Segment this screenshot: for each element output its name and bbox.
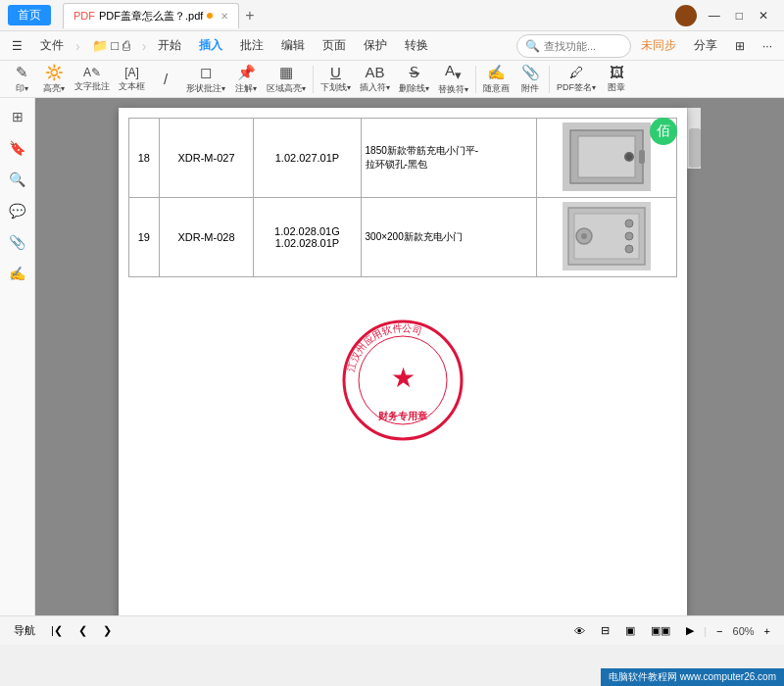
pdf-icon: PDF (74, 10, 95, 22)
sink-svg-2 (563, 202, 651, 270)
status-right: 👁 ⊟ ▣ ▣▣ ▶ | − 60% + (568, 622, 776, 639)
next-page-btn[interactable]: ❯ (97, 622, 118, 639)
sidebar-signature-icon[interactable]: ✍ (3, 259, 32, 288)
strikethrough-icon: S̶ (410, 64, 419, 81)
double-page-btn[interactable]: ▣▣ (645, 622, 676, 639)
svg-point-11 (625, 220, 633, 227)
menu-page[interactable]: 页面 (315, 34, 354, 57)
zoom-display: 60% (733, 625, 755, 637)
menu-start[interactable]: 开始 (150, 34, 189, 57)
first-page-btn[interactable]: |❮ (45, 622, 69, 639)
annotation-toolbar: ✎ 印▾ 🔆 高亮▾ A✎ 文字批注 [A] 文本框 / ◻ 形状批注▾ 📌 注… (0, 61, 784, 98)
zoom-in-btn[interactable]: + (759, 623, 776, 639)
insert-char-tool-btn[interactable]: AB 插入符▾ (356, 63, 394, 96)
watermark: 电脑软件教程网 www.computer26.com (601, 668, 784, 686)
sidebar-attachment-icon[interactable]: 📎 (3, 227, 32, 257)
freehand-tool-btn[interactable]: ✍ 随意画 (479, 63, 514, 96)
window-controls: — □ ✕ (675, 5, 776, 26)
share-btn[interactable]: 分享 (686, 34, 725, 57)
menu-edit[interactable]: 编辑 (273, 34, 313, 57)
text-comment-icon: A✎ (83, 66, 101, 79)
slide-view-btn[interactable]: ▣ (619, 622, 641, 639)
text-comment-tool-btn[interactable]: A✎ 文字批注 (71, 63, 114, 96)
zoom-value: 60% (733, 625, 755, 637)
replace-tool-btn[interactable]: A▾ 替换符▾ (434, 63, 472, 96)
sink-svg-1 (563, 122, 651, 191)
pdf-sign-tool-btn[interactable]: 🖊 PDF签名▾ (553, 63, 600, 96)
row-spec: 1.02.028.01G1.02.028.01P (254, 198, 361, 277)
flat-view-btn[interactable]: ⊟ (595, 622, 615, 639)
status-left: 导航 |❮ ❮ ❯ (8, 621, 118, 640)
menu-insert[interactable]: 插入 (191, 34, 230, 57)
stamp-tool-btn[interactable]: ✎ 印▾ (6, 63, 37, 96)
tab-close-btn[interactable]: ✕ (220, 11, 228, 22)
tab-title: PDF盖章怎么盖？.pdf (99, 9, 203, 24)
home-button[interactable]: 首页 (8, 5, 51, 25)
insert-char-icon: AB (365, 64, 384, 80)
highlight-tool-btn[interactable]: 🔆 高亮▾ (38, 63, 70, 96)
stamp-area: ★ 江汉州应用软件公司 财务专用章 (128, 297, 677, 464)
underline-tool-btn[interactable]: U 下划线▾ (317, 63, 355, 96)
svg-text:财务专用章: 财务专用章 (377, 411, 427, 421)
close-button[interactable]: ✕ (751, 5, 776, 26)
settings-btn[interactable]: ··· (755, 36, 780, 56)
textbox-icon: [A] (124, 66, 139, 79)
sidebar-bookmark-icon[interactable]: 🔖 (3, 133, 32, 163)
scroll-thumb[interactable] (689, 128, 701, 168)
row-spec: 1.02.027.01P (254, 119, 361, 198)
sync-btn[interactable]: 未同步 (633, 34, 684, 57)
note-tool-btn[interactable]: 📌 注解▾ (230, 63, 262, 96)
line-tool-btn[interactable]: / (150, 63, 181, 96)
shape-icon: ◻ (200, 64, 212, 81)
more-tools-btn[interactable]: ⊞ (727, 36, 753, 56)
svg-point-4 (626, 154, 632, 160)
svg-rect-5 (639, 150, 645, 164)
pdf-area[interactable]: 佰 18 XDR-M-027 1.02.027.01P 1850新款带筋充电小门… (35, 98, 784, 615)
minimize-button[interactable]: — (701, 5, 728, 26)
official-stamp: ★ 江汉州应用软件公司 财务专用章 (339, 317, 466, 444)
sidebar-search-icon[interactable]: 🔍 (3, 165, 32, 194)
menu-convert[interactable]: 转换 (397, 34, 436, 57)
row-num: 18 (129, 119, 160, 198)
image-stamp-tool-btn[interactable]: 🖼 图章 (601, 63, 632, 96)
row-desc: 300×200新款充电小门 (361, 198, 537, 277)
menu-bar: ☰ 文件 › 📁 □ ⎙ › 开始 插入 批注 编辑 页面 保护 转换 🔍 未同… (0, 31, 784, 61)
menu-sep-2: › (142, 38, 147, 54)
attachment-tool-btn[interactable]: 📎 附件 (514, 63, 546, 96)
strikethrough-tool-btn[interactable]: S̶ 删除线▾ (395, 63, 433, 96)
pdf-tab[interactable]: PDF PDF盖章怎么盖？.pdf ✕ (63, 3, 239, 28)
note-icon: 📌 (237, 64, 256, 81)
area-icon: ▦ (279, 64, 293, 81)
row-desc: 1850新款带筋充电小门平-拉环锁孔-黑包 (361, 119, 537, 198)
textbox-tool-btn[interactable]: [A] 文本框 (115, 63, 149, 96)
play-btn[interactable]: ▶ (680, 622, 700, 639)
menu-annotate[interactable]: 批注 (232, 34, 271, 57)
right-scrollbar[interactable] (687, 108, 701, 169)
menu-file[interactable]: 文件 (32, 34, 72, 57)
row-code: XDR-M-028 (159, 198, 254, 277)
nav-label-btn[interactable]: 导航 (8, 621, 41, 640)
zoom-out-btn[interactable]: − (710, 623, 728, 639)
highlight-icon: 🔆 (45, 64, 64, 81)
hamburger-icon[interactable]: ☰ (4, 36, 30, 56)
table-row: 19 XDR-M-028 1.02.028.01G1.02.028.01P 30… (129, 198, 677, 277)
svg-text:★: ★ (391, 363, 416, 393)
maximize-button[interactable]: □ (728, 5, 751, 26)
title-bar: 首页 PDF PDF盖章怎么盖？.pdf ✕ + — □ ✕ (0, 0, 784, 31)
stamp-svg: ★ 江汉州应用软件公司 财务专用章 (339, 317, 466, 444)
line-icon: / (164, 71, 168, 87)
shape-tool-btn[interactable]: ◻ 形状批注▾ (182, 63, 229, 96)
search-box[interactable]: 🔍 (516, 34, 631, 58)
eye-view-btn[interactable]: 👁 (568, 623, 591, 639)
area-highlight-tool-btn[interactable]: ▦ 区域高亮▾ (263, 63, 310, 96)
sidebar-comment-icon[interactable]: 💬 (3, 196, 32, 225)
user-avatar[interactable] (675, 5, 697, 26)
search-input[interactable] (544, 40, 622, 52)
pdf-table: 18 XDR-M-027 1.02.027.01P 1850新款带筋充电小门平-… (128, 118, 677, 277)
sidebar-thumbnail-icon[interactable]: ⊞ (3, 102, 32, 131)
image-stamp-icon: 🖼 (610, 64, 624, 80)
menu-protect[interactable]: 保护 (356, 34, 395, 57)
row-code: XDR-M-027 (159, 119, 254, 198)
prev-page-btn[interactable]: ❮ (73, 622, 93, 639)
new-tab-button[interactable]: + (239, 7, 260, 24)
